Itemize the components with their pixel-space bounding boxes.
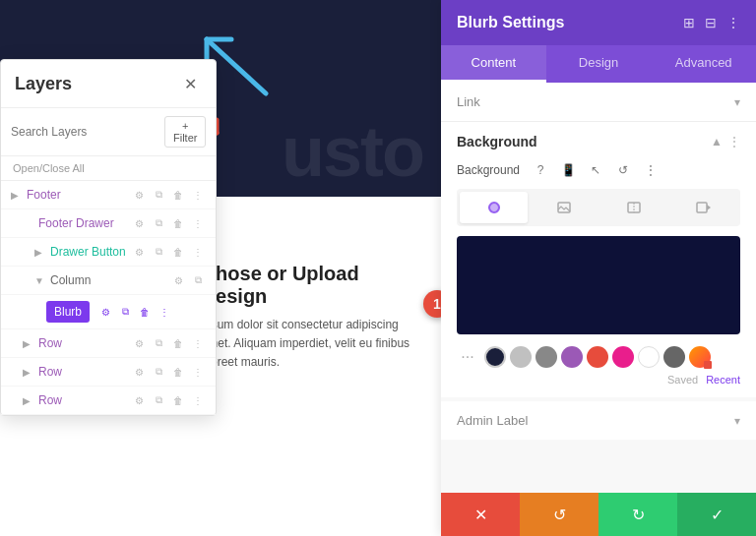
chevron-up-icon[interactable]: ▲ (711, 135, 723, 149)
duplicate-icon[interactable]: ⧉ (151, 244, 166, 260)
settings-icon[interactable]: ⚙ (131, 335, 147, 351)
trash-icon[interactable]: 🗑 (170, 244, 186, 260)
color-swatch-pink[interactable] (612, 346, 634, 368)
layer-icons: ⚙ ⧉ 🗑 ⋮ (131, 187, 206, 203)
duplicate-icon[interactable]: ⧉ (117, 304, 133, 320)
layers-title: Layers (15, 74, 72, 94)
canvas-col-2-body: Ipsum dolor sit consectetur adipiscing a… (202, 316, 423, 373)
admin-label-section[interactable]: Admin Label ▾ (441, 401, 756, 440)
settings-icon[interactable]: ⚙ (131, 392, 147, 408)
expand-icon: ▶ (34, 247, 46, 258)
settings-title: Blurb Settings (457, 14, 564, 31)
duplicate-icon[interactable]: ⧉ (151, 392, 166, 408)
settings-icon[interactable]: ⚙ (131, 364, 147, 380)
color-swatch-navy[interactable] (484, 346, 506, 368)
tab-design[interactable]: Design (546, 45, 652, 83)
duplicate-icon[interactable]: ⧉ (190, 272, 206, 288)
blurb-active-item[interactable]: Blurb (46, 301, 90, 323)
layers-search-bar[interactable]: + Filter (1, 108, 216, 156)
layer-item-row-3[interactable]: ▶ Row ⚙ ⧉ 🗑 ⋮ (1, 387, 216, 415)
link-label: Link (457, 94, 480, 109)
color-row: ··· (457, 346, 740, 368)
duplicate-icon[interactable]: ⧉ (151, 335, 166, 351)
filter-button[interactable]: + Filter (164, 116, 206, 148)
duplicate-icon[interactable]: ⧉ (151, 364, 166, 380)
settings-tabs: Content Design Advanced (441, 45, 756, 83)
tab-content[interactable]: Content (441, 45, 546, 83)
layer-item-column[interactable]: ▼ Column ⚙ ⧉ (1, 267, 216, 295)
color-swatch-purple[interactable] (561, 346, 583, 368)
more-icon[interactable]: ⋮ (190, 392, 206, 408)
settings-icon[interactable]: ⚙ (97, 304, 113, 320)
recent-label[interactable]: Recent (706, 374, 740, 386)
expand-icon[interactable]: ⊞ (683, 15, 695, 30)
undo-button[interactable]: ↺ (520, 493, 598, 536)
more-options-icon[interactable]: ⋮ (726, 15, 740, 30)
layer-item-drawer-button[interactable]: ▶ Drawer Button ⚙ ⧉ 🗑 ⋮ (1, 238, 216, 267)
more-icon[interactable]: ⋮ (190, 364, 206, 380)
trash-icon[interactable]: 🗑 (170, 215, 186, 231)
grid-icon[interactable]: ⊟ (705, 15, 717, 30)
saved-recent-row: Saved Recent (457, 374, 740, 386)
tab-advanced[interactable]: Advanced (651, 45, 756, 83)
mobile-icon[interactable]: 📱 (557, 159, 579, 181)
layers-panel: Layers ✕ + Filter Open/Close All ▶ Foote… (0, 59, 217, 416)
color-swatch-red[interactable] (587, 346, 608, 368)
layer-item-row-1[interactable]: ▶ Row ⚙ ⧉ 🗑 ⋮ (1, 329, 216, 358)
redo-button[interactable]: ↻ (598, 493, 677, 536)
layer-item-row-2[interactable]: ▶ Row ⚙ ⧉ 🗑 ⋮ (1, 358, 216, 387)
duplicate-icon[interactable]: ⧉ (151, 215, 166, 231)
color-fill-icon (486, 200, 502, 215)
trash-icon[interactable]: 🗑 (170, 335, 186, 351)
more-icon[interactable]: ⋮ (190, 215, 206, 231)
trash-icon[interactable]: 🗑 (170, 187, 186, 203)
layers-header: Layers ✕ (1, 60, 216, 108)
trash-icon[interactable]: 🗑 (170, 392, 186, 408)
layer-label: Row (38, 336, 127, 350)
bg-tab-gradient[interactable] (599, 192, 667, 223)
color-swatches (484, 346, 711, 368)
settings-icon[interactable]: ⚙ (131, 187, 147, 203)
layer-label: Drawer Button (50, 245, 127, 259)
bg-tab-image[interactable] (530, 192, 598, 223)
background-preview[interactable] (457, 236, 740, 334)
more-icon[interactable]: ⋮ (190, 244, 206, 260)
color-swatch-gray[interactable] (536, 346, 557, 368)
background-title: Background (457, 134, 537, 149)
layer-icons: ⚙ ⧉ 🗑 ⋮ (131, 364, 206, 380)
save-button[interactable]: ✓ (677, 493, 756, 536)
link-section[interactable]: Link ▾ (441, 83, 756, 122)
options-icon[interactable]: ⋮ (640, 159, 662, 181)
color-swatch-white[interactable] (638, 346, 660, 368)
color-swatch-gradient[interactable] (689, 346, 711, 368)
cancel-button[interactable]: ✕ (441, 493, 520, 536)
trash-icon[interactable]: 🗑 (170, 364, 186, 380)
trash-icon[interactable]: 🗑 (137, 304, 153, 320)
admin-label-title: Admin Label (457, 413, 528, 428)
settings-icon[interactable]: ⚙ (131, 215, 147, 231)
duplicate-icon[interactable]: ⧉ (151, 187, 166, 203)
color-swatch-darkgray[interactable] (663, 346, 685, 368)
bg-tab-color[interactable] (460, 192, 528, 223)
layer-icons: ⚙ ⧉ 🗑 ⋮ (131, 244, 206, 260)
layer-item-footer[interactable]: ▶ Footer ⚙ ⧉ 🗑 ⋮ (1, 181, 216, 209)
settings-icon[interactable]: ⚙ (131, 244, 147, 260)
layer-item-footer-drawer[interactable]: Footer Drawer ⚙ ⧉ 🗑 ⋮ (1, 209, 216, 238)
close-icon[interactable]: ✕ (178, 72, 202, 95)
more-colors-icon[interactable]: ··· (457, 346, 478, 368)
open-close-all-label[interactable]: Open/Close All (1, 156, 216, 181)
layer-item-blurb[interactable]: Blurb ⚙ ⧉ 🗑 ⋮ (1, 295, 216, 329)
more-icon[interactable]: ⋮ (190, 335, 206, 351)
reset-icon[interactable]: ↺ (612, 159, 634, 181)
search-input[interactable] (11, 125, 158, 139)
cursor-icon[interactable]: ↖ (585, 159, 606, 181)
saved-label: Saved (667, 374, 698, 386)
bg-tab-video[interactable] (669, 192, 737, 223)
more-icon[interactable]: ⋮ (190, 187, 206, 203)
help-icon[interactable]: ? (530, 159, 551, 181)
color-swatch-lightgray[interactable] (510, 346, 532, 368)
more-icon[interactable]: ⋮ (728, 135, 740, 149)
settings-icon[interactable]: ⚙ (170, 272, 186, 288)
more-icon[interactable]: ⋮ (157, 304, 172, 320)
layer-icons: ⚙ ⧉ 🗑 ⋮ (131, 335, 206, 351)
